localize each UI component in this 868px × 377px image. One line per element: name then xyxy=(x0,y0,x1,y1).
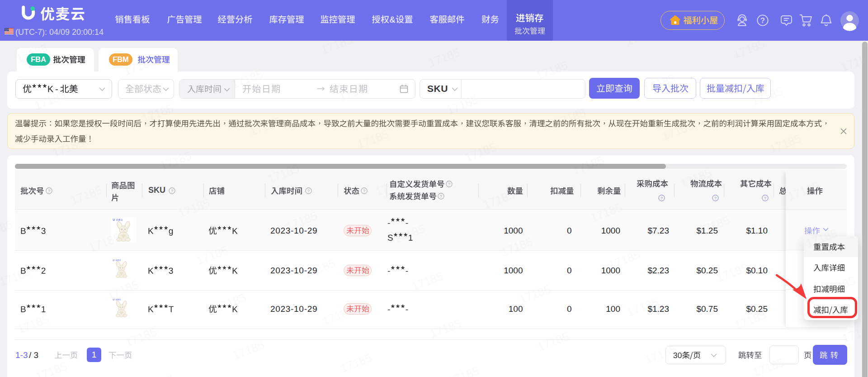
svg-text:?: ? xyxy=(760,16,765,25)
